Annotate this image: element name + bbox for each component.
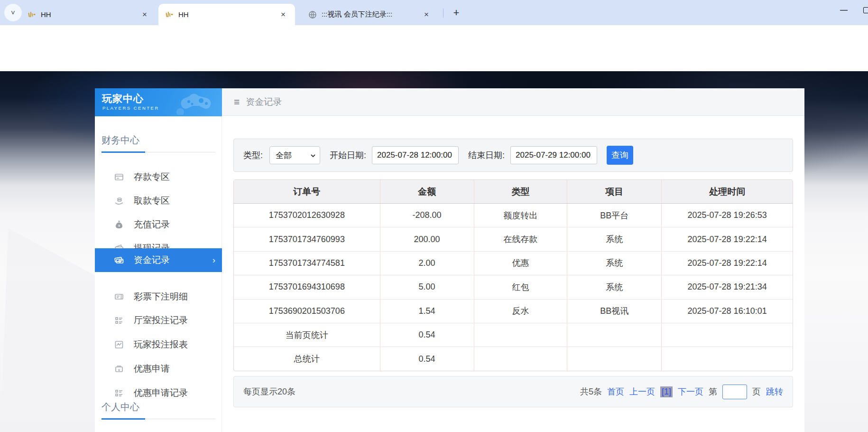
section-underline <box>102 152 215 152</box>
moneybag-icon: ¥ <box>114 219 124 230</box>
sidebar-header: 玩家中心 PLAYERS CENTER <box>95 88 222 116</box>
table-header-row: 订单号 金额 类型 项目 处理时间 <box>234 180 793 204</box>
prev-page-link[interactable]: 上一页 <box>629 386 655 397</box>
table-row: 1753690201503706 1.54 反水 BB视讯 2025-07-28… <box>234 300 793 323</box>
cell-time: 2025-07-28 19:21:34 <box>662 275 793 299</box>
section-heading-finance: 财务中心 <box>102 134 139 147</box>
main-header: ≡ 资金记录 <box>222 88 804 116</box>
window-maximize-button[interactable] <box>863 7 868 13</box>
sidebar-item-hall-bets[interactable]: 厅室投注记录 <box>95 309 222 332</box>
type-label: 类型: <box>243 150 263 161</box>
cell-type: 优惠 <box>474 252 568 275</box>
cell-empty <box>662 347 793 370</box>
search-button[interactable]: 查询 <box>607 146 633 165</box>
table-row-page-stats: 当前页统计 0.54 <box>234 323 793 347</box>
window-minimize-button[interactable]: — <box>833 0 855 20</box>
cell-order-no: 1753690201503706 <box>234 300 380 323</box>
withdraw-hand-icon <box>114 196 124 206</box>
sidebar-item-label: 优惠申请记录 <box>134 387 188 399</box>
cell-type: 红包 <box>474 275 568 299</box>
tab-3-close-icon[interactable]: × <box>421 9 432 20</box>
current-page-badge[interactable]: [1] <box>660 386 673 397</box>
start-date-input[interactable] <box>372 146 459 164</box>
sidebar-item-funds-record-active[interactable]: 资金记录 › <box>95 248 222 272</box>
table-row: 1753702012630928 -208.00 额度转出 BB平台 2025-… <box>234 204 793 227</box>
col-header-item: 项目 <box>567 180 662 203</box>
cell-item: 系统 <box>567 227 662 251</box>
cell-time: 2025-07-28 16:10:01 <box>662 300 793 323</box>
sidebar-item-messages[interactable]: 消息公告 <box>95 426 222 432</box>
cell-type: 反水 <box>474 300 568 323</box>
new-tab-button[interactable]: + <box>449 6 463 20</box>
end-date-input[interactable] <box>510 146 597 164</box>
col-header-time: 处理时间 <box>662 180 793 203</box>
cell-amount: 200.00 <box>380 227 474 251</box>
cell-order-no: 1753702012630928 <box>234 204 380 227</box>
tab-divider <box>443 9 443 18</box>
jump-prefix-text: 第 <box>709 386 717 397</box>
main-panel: ≡ 资金记录 类型: 全部 开始日期: 结束日期: 查询 订单号 金额 <box>222 88 804 432</box>
sidebar-item-player-report[interactable]: 玩家投注报表 <box>95 333 222 357</box>
bookmarks-bar: 百度一下 <box>0 50 868 71</box>
jump-suffix-text: 页 <box>752 386 761 397</box>
sidebar-item-label: 厅室投注记录 <box>134 314 188 327</box>
first-page-link[interactable]: 首页 <box>607 386 624 397</box>
type-select-value: 全部 <box>276 150 292 161</box>
svg-text:¥: ¥ <box>118 368 120 372</box>
tab-3[interactable]: :::视讯 会员下注纪录::: × <box>302 4 438 25</box>
list-icon <box>114 388 124 398</box>
cell-order-no: 1753701734774581 <box>234 252 380 275</box>
tab-3-label: :::视讯 会员下注纪录::: <box>322 10 415 19</box>
table-row: 1753701694310698 5.00 红包 系统 2025-07-28 1… <box>234 275 793 299</box>
tab-2-close-icon[interactable]: × <box>278 9 288 20</box>
cell-stat-label: 当前页统计 <box>234 323 380 347</box>
tab-1-close-icon[interactable]: × <box>139 9 150 20</box>
tab-1[interactable]: HH × <box>21 4 157 25</box>
banknotes-icon <box>114 255 124 265</box>
cell-amount: 0.54 <box>380 323 474 347</box>
pagination-bar: 每页显示20条 共5条 首页 上一页 [1] 下一页 第 页 跳转 <box>233 376 793 407</box>
tab-1-favicon <box>28 10 36 19</box>
cell-order-no: 1753701694310698 <box>234 275 380 299</box>
sidebar-item-recharge-record[interactable]: ¥ 充值记录 <box>95 213 222 236</box>
jump-link[interactable]: 跳转 <box>766 386 783 397</box>
browser-window: ˅ HH × HH × :::视讯 会员下注纪录::: × + — ← → ⟳ … <box>0 0 868 432</box>
total-count-text: 共5条 <box>580 386 602 397</box>
gift-icon: ¥ <box>114 364 124 374</box>
sidebar-item-label: 充值记录 <box>134 218 170 231</box>
cell-empty <box>662 323 793 347</box>
gamepad-icon <box>172 91 215 115</box>
sidebar-item-promo-apply[interactable]: ¥ 优惠申请 <box>95 357 222 381</box>
tab-strip: ˅ HH × HH × :::视讯 会员下注纪录::: × + — <box>0 0 868 25</box>
section-underline <box>102 419 215 419</box>
tab-2-favicon <box>165 10 174 19</box>
chevron-right-icon: › <box>212 255 215 265</box>
sidebar-item-label: 彩票下注明细 <box>134 291 188 303</box>
type-select[interactable]: 全部 <box>269 146 320 164</box>
tab-search-chevron-icon[interactable]: ˅ <box>4 4 22 21</box>
page-content: 玩家中心 PLAYERS CENTER 财务中心 存款专区 取款专区 ¥ 充值记… <box>0 71 868 432</box>
sidebar: 玩家中心 PLAYERS CENTER 财务中心 存款专区 取款专区 ¥ 充值记… <box>95 88 222 432</box>
table-row: 1753701734760993 200.00 在线存款 系统 2025-07-… <box>234 227 793 251</box>
per-page-text: 每页显示20条 <box>243 386 295 397</box>
deposit-card-icon <box>114 172 124 182</box>
tab-2-label: HH <box>178 10 271 19</box>
col-header-amount: 金额 <box>380 180 474 203</box>
chart-icon <box>114 339 124 350</box>
col-header-order-no: 订单号 <box>234 180 380 203</box>
sidebar-item-withdraw[interactable]: 取款专区 <box>95 189 222 213</box>
cell-type: 在线存款 <box>474 227 568 251</box>
sidebar-item-deposit[interactable]: 存款专区 <box>95 165 222 189</box>
sidebar-item-lottery-bets[interactable]: 彩票下注明细 <box>95 285 222 309</box>
chevron-down-icon <box>310 153 316 159</box>
next-page-link[interactable]: 下一页 <box>678 386 703 397</box>
filter-bar: 类型: 全部 开始日期: 结束日期: 查询 <box>233 139 793 172</box>
cell-item: 系统 <box>567 252 662 275</box>
sidebar-item-label: 玩家投注报表 <box>134 338 188 351</box>
cell-amount: 0.54 <box>380 347 474 370</box>
tab-2-active[interactable]: HH × <box>158 4 295 25</box>
list-icon <box>114 315 124 326</box>
cell-stat-label: 总统计 <box>234 347 380 370</box>
page-number-input[interactable] <box>722 385 747 399</box>
hamburger-icon[interactable]: ≡ <box>234 96 240 108</box>
